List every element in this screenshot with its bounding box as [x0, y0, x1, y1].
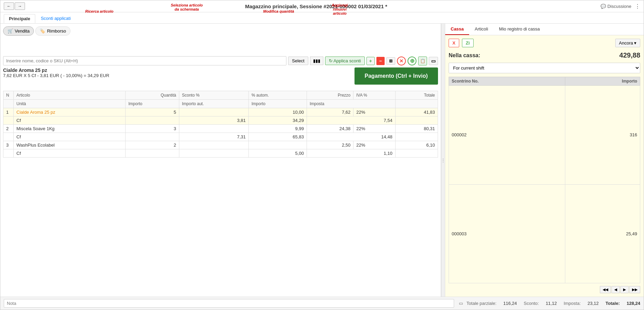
- right-tabs: Cassa Articoli Mio registro di cassa: [445, 24, 644, 35]
- nav-prev-button[interactable]: ◀: [611, 286, 620, 293]
- table-row-sub: Cf 7,31 65,83 14,48: [3, 133, 438, 141]
- table-row-sub: Cf 5,00 1,10: [3, 149, 438, 158]
- product-detail: 7,62 EUR X 5 Cf - 3,81 EUR ( - 10,00%) =…: [3, 73, 109, 78]
- col-quantita: Quantità: [126, 91, 179, 100]
- totale-label: Totale:: [606, 301, 620, 306]
- col-totale: Totale: [395, 91, 438, 100]
- nella-cassa-label: Nella cassa:: [449, 52, 480, 59]
- xz-row: X Zi Ancora ▾: [449, 39, 640, 47]
- window-title: Magazzino principale, Sessione #2021-000…: [32, 3, 601, 9]
- receipt-col-no: Scontrino No.: [449, 77, 565, 86]
- tab-articoli[interactable]: Articoli: [469, 24, 493, 35]
- col-imposta: Imposta: [307, 100, 395, 108]
- right-content: X Zi Ancora ▾ Nella cassa: 429,88 For cu…: [445, 35, 644, 297]
- table-button[interactable]: ⊞: [386, 57, 395, 65]
- imposta-value: 23,12: [588, 301, 599, 306]
- title-actions: 💬 Discussione ⋮: [601, 3, 640, 10]
- nella-cassa-row: Nella cassa: 429,88: [449, 51, 640, 59]
- search-row: Select ▮▮▮ ↻ Applica sconti + − ⊞ ✕ ⊕ 📋 …: [3, 56, 438, 65]
- receipt-col-importo: Importo: [565, 77, 640, 86]
- mode-bar: 🛒 Vendita 🏷️ Rimborso: [3, 26, 438, 36]
- imposta-label: Imposta:: [564, 301, 581, 306]
- table-row[interactable]: 1 Cialde Aroma 25 pz 5 10,00 7,62 22% 41…: [3, 108, 438, 116]
- tab-mio-registro[interactable]: Mio registro di cassa: [493, 24, 545, 35]
- col-prezzo: Prezzo: [307, 91, 353, 100]
- totale-parziale-label: Totale parziale:: [466, 301, 496, 306]
- nav-buttons: ← →: [4, 2, 25, 10]
- barcode-icon: ▮▮▮: [313, 58, 320, 63]
- col-iva: IVA %: [353, 91, 395, 100]
- applica-sconti-button[interactable]: ↻ Applica sconti: [325, 57, 365, 65]
- ancora-chevron: ▾: [634, 40, 636, 46]
- nav-arrows: ◀◀ ◀ ▶ ▶▶: [449, 286, 640, 293]
- tab-principale[interactable]: Principale: [4, 14, 35, 23]
- tab-bar: Principale Sconti applicati: [0, 12, 644, 24]
- col-importo-aut: Importo aut.: [179, 100, 248, 108]
- remove-button[interactable]: ✕: [397, 57, 406, 65]
- receipt-row[interactable]: 000003 25,49: [449, 184, 640, 283]
- add-article-button[interactable]: ⊕: [408, 57, 416, 65]
- shift-selector[interactable]: For current shift: [449, 63, 640, 73]
- table-row[interactable]: 3 WashPlus Ecolabel 2 2,50 22% 6,10: [3, 141, 438, 149]
- payment-button[interactable]: Pagamento (Ctrl + Invio): [355, 67, 438, 85]
- nella-cassa-value: 429,88: [619, 51, 640, 59]
- table-wrapper: N Articolo Quantità Sconto % % autom. Pr…: [3, 91, 438, 294]
- z-button[interactable]: Zi: [462, 39, 474, 47]
- discuss-icon: 💬: [601, 4, 606, 9]
- note-expand-icon[interactable]: ▭: [459, 301, 463, 306]
- forward-button[interactable]: →: [15, 2, 25, 10]
- note-input[interactable]: [4, 299, 454, 308]
- col-importo: Importo: [126, 100, 179, 108]
- ancora-button[interactable]: Ancora ▾: [615, 39, 640, 47]
- product-name: Cialde Aroma 25 pz: [3, 67, 109, 73]
- main-window: ← → Magazzino principale, Sessione #2021…: [0, 0, 644, 310]
- col-n: N: [3, 91, 14, 100]
- x-button[interactable]: X: [449, 39, 459, 47]
- nav-next-button[interactable]: ▶: [620, 286, 629, 293]
- col-articolo: Articolo: [14, 91, 126, 100]
- col-sconto: Sconto %: [179, 91, 248, 100]
- bottom-bar: ▭ Totale parziale: 116,24 Sconto: 11,12 …: [0, 297, 644, 310]
- col-unita: Unità: [14, 100, 126, 108]
- table-row[interactable]: 2 Miscela Soave 1Kg 3 9,99 24,38 22% 80,…: [3, 125, 438, 133]
- rimborso-button[interactable]: 🏷️ Rimborso: [35, 26, 70, 36]
- tab-sconti[interactable]: Sconti applicati: [36, 14, 75, 23]
- vendita-button[interactable]: 🛒 Vendita: [3, 26, 34, 36]
- ancora-label: Ancora: [619, 40, 633, 46]
- product-info: Cialde Aroma 25 pz 7,62 EUR X 5 Cf - 3,8…: [3, 67, 109, 78]
- left-inner: Ricerca articolo Seleziona articoloda sc…: [3, 26, 438, 294]
- sconto-value: 11,12: [546, 301, 557, 306]
- refresh-icon: ↻: [329, 58, 333, 63]
- right-panel: Cassa Articoli Mio registro di cassa X Z…: [445, 24, 644, 297]
- barcode-button[interactable]: ▮▮▮: [310, 57, 323, 65]
- expand-button[interactable]: ▭: [429, 57, 438, 65]
- back-button[interactable]: ←: [4, 2, 14, 10]
- minus-button[interactable]: −: [376, 57, 385, 65]
- panel-splitter[interactable]: ⋮: [441, 24, 445, 297]
- doc-button[interactable]: 📋: [418, 57, 427, 65]
- nav-last-button[interactable]: ▶▶: [629, 286, 640, 293]
- select-button[interactable]: Select: [288, 57, 308, 65]
- search-input[interactable]: [3, 56, 286, 65]
- left-panel: Ricerca articolo Seleziona articoloda sc…: [0, 24, 441, 297]
- col-n-sub: [3, 100, 14, 108]
- sconto-label: Sconto:: [524, 301, 539, 306]
- table-row-sub: Cf 3,81 34,29 7,54: [3, 116, 438, 125]
- cart-icon: 🛒: [8, 28, 13, 34]
- col-importo-p: Importo: [249, 100, 307, 108]
- refund-icon: 🏷️: [40, 28, 45, 34]
- nav-first-button[interactable]: ◀◀: [600, 286, 611, 293]
- totale-value: 128,24: [627, 301, 640, 306]
- col-totale-sub: [395, 100, 438, 108]
- receipt-row[interactable]: 000002 316: [449, 86, 640, 185]
- title-bar: ← → Magazzino principale, Sessione #2021…: [0, 0, 644, 12]
- tab-cassa[interactable]: Cassa: [445, 24, 469, 35]
- discuss-button[interactable]: 💬 Discussione: [601, 4, 631, 9]
- main-area: Ricerca articolo Seleziona articoloda sc…: [0, 24, 644, 297]
- order-table: N Articolo Quantità Sconto % % autom. Pr…: [3, 91, 438, 158]
- bottom-totals: Totale parziale: 116,24 Sconto: 11,12 Im…: [466, 301, 640, 306]
- plus-button[interactable]: +: [366, 57, 375, 65]
- receipts-table: Scontrino No. Importo 000002 316 000003 …: [449, 77, 640, 283]
- totale-parziale-value: 116,24: [503, 301, 517, 306]
- more-button[interactable]: ⋮: [635, 3, 640, 10]
